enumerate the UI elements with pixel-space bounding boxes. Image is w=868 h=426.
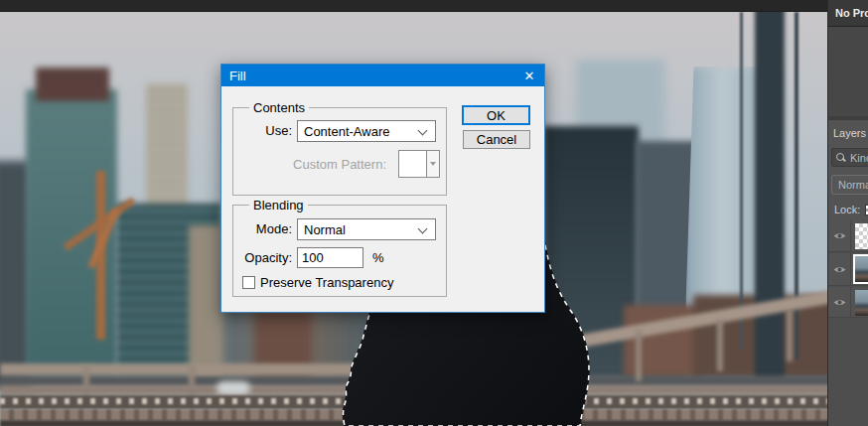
preserve-transparency-checkbox[interactable] — [242, 276, 255, 289]
layers-tab-bar: Layers — [828, 116, 868, 145]
layer-thumbnail-transparent[interactable] — [855, 223, 868, 249]
dialog-body: Contents Use: Content-Aware Custom Patte… — [221, 86, 544, 312]
filter-kind-label: Kind — [850, 152, 868, 164]
document-tab-bar — [0, 0, 827, 12]
properties-panel-header[interactable]: No Pro — [828, 0, 868, 27]
right-panel: No Pro Layers Kind Normal Lock: — [827, 0, 868, 426]
tab-layers[interactable]: Layers — [828, 120, 868, 145]
eye-icon — [833, 231, 846, 240]
close-icon[interactable]: ✕ — [514, 65, 544, 86]
preserve-transparency-label[interactable]: Preserve Transparency — [260, 275, 393, 290]
opacity-unit: % — [372, 250, 384, 265]
mode-dropdown[interactable]: Normal — [297, 218, 436, 240]
custom-pattern-picker[interactable] — [398, 150, 440, 178]
layer-row-selected[interactable] — [828, 253, 868, 286]
lock-label: Lock: — [834, 204, 860, 215]
mode-dropdown-value: Normal — [304, 222, 346, 237]
layer-row[interactable] — [828, 220, 868, 252]
use-label: Use: — [221, 123, 292, 138]
visibility-toggle[interactable] — [828, 253, 851, 285]
blending-group-legend: Blending — [249, 198, 308, 213]
ok-button[interactable]: OK — [462, 105, 530, 125]
visibility-toggle[interactable] — [828, 287, 851, 317]
layer-filter-dropdown[interactable]: Kind — [831, 148, 868, 167]
magnifier-icon — [836, 153, 846, 163]
pattern-swatch[interactable] — [399, 151, 426, 177]
use-dropdown[interactable]: Content-Aware — [297, 120, 436, 142]
layers-tab-label: Layers — [833, 127, 866, 139]
chevron-down-icon — [418, 126, 428, 136]
properties-panel-title: No Pro — [835, 7, 868, 19]
use-dropdown-value: Content-Aware — [304, 124, 389, 139]
dialog-title-bar[interactable]: Fill ✕ — [221, 65, 544, 86]
pattern-arrow-button[interactable] — [426, 151, 439, 177]
photoshop-window: Fill ✕ Contents Use: Content-Aware Custo… — [0, 0, 868, 426]
eye-icon — [833, 265, 846, 274]
triangle-down-icon — [430, 162, 436, 166]
chevron-down-icon — [418, 224, 428, 234]
opacity-input[interactable] — [297, 247, 363, 268]
contents-group-legend: Contents — [249, 100, 309, 115]
mode-label: Mode: — [221, 221, 292, 236]
blend-mode-row: Normal — [828, 171, 868, 199]
layers-panel-empty-area — [828, 318, 868, 426]
layer-filter-row: Kind — [828, 145, 868, 171]
blend-mode-value: Normal — [838, 179, 868, 191]
layer-thumbnail-image[interactable] — [855, 256, 868, 282]
lock-row: Lock: — [828, 199, 868, 220]
visibility-toggle[interactable] — [828, 220, 851, 251]
blend-mode-dropdown[interactable]: Normal — [831, 175, 868, 195]
cancel-button[interactable]: Cancel — [463, 130, 530, 149]
dialog-title: Fill — [229, 69, 246, 83]
custom-pattern-label: Custom Pattern: — [221, 157, 386, 172]
layer-thumbnail-image[interactable] — [855, 290, 868, 316]
properties-panel-body — [828, 27, 868, 116]
opacity-label: Opacity: — [221, 250, 292, 265]
layer-row[interactable] — [828, 287, 868, 318]
eye-icon — [833, 298, 846, 307]
fill-dialog: Fill ✕ Contents Use: Content-Aware Custo… — [220, 64, 545, 313]
